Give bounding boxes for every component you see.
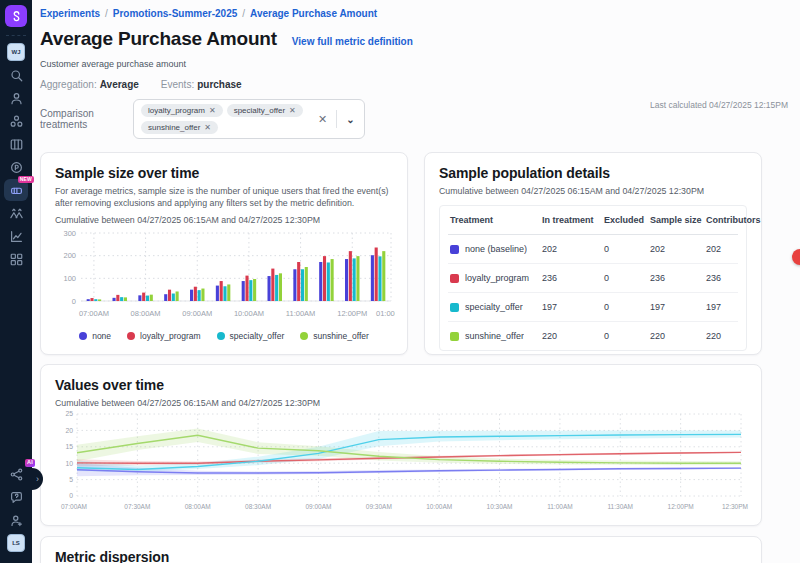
table-row: loyalty_program2360236236 bbox=[448, 264, 738, 293]
chip-remove-icon[interactable]: ✕ bbox=[289, 106, 296, 115]
treatment-color-swatch bbox=[450, 303, 459, 312]
breadcrumb-separator: / bbox=[105, 8, 108, 19]
chevron-down-icon[interactable]: ⌄ bbox=[344, 114, 356, 125]
multiselect-divider bbox=[336, 110, 337, 128]
table-cell-value: 0 bbox=[602, 235, 648, 263]
svg-text:200: 200 bbox=[63, 251, 76, 260]
population-table: TreatmentIn treatmentExcludedSample size… bbox=[439, 205, 747, 351]
sidebar-item-invite[interactable] bbox=[4, 509, 28, 531]
cumulative-range: Cumulative between 04/27/2025 06:15AM an… bbox=[55, 215, 393, 225]
table-cell-value: 0 bbox=[602, 322, 648, 350]
workspace-switcher[interactable]: WJ bbox=[4, 41, 28, 63]
card-title: Values over time bbox=[55, 377, 747, 393]
population-table-body: none (baseline)2020202202loyalty_program… bbox=[448, 235, 738, 350]
svg-text:5: 5 bbox=[69, 476, 73, 483]
svg-text:10:00AM: 10:00AM bbox=[234, 309, 264, 318]
trend-chart-icon bbox=[9, 229, 24, 244]
legend-item[interactable]: none bbox=[79, 331, 111, 341]
sidebar-item-feature-gates[interactable] bbox=[4, 133, 28, 155]
ai-badge: AI bbox=[25, 459, 35, 467]
metric-subtitle: Customer average purchase amount bbox=[40, 59, 800, 69]
chip-remove-icon[interactable]: ✕ bbox=[209, 106, 216, 115]
sidebar-item-users[interactable] bbox=[4, 87, 28, 109]
treatment-color-swatch bbox=[450, 332, 459, 341]
treatment-chip[interactable]: sunshine_offer✕ bbox=[141, 121, 218, 134]
app-window: WJ NEW AI bbox=[0, 0, 800, 563]
breadcrumb-experiments[interactable]: Experiments bbox=[40, 8, 100, 19]
legend-dot bbox=[217, 332, 225, 340]
grid-icon bbox=[9, 252, 24, 267]
sidebar-item-experiments[interactable]: NEW bbox=[4, 179, 28, 201]
treatment-chip-label: specialty_offer bbox=[234, 106, 285, 115]
card-title: Sample size over time bbox=[55, 165, 393, 181]
treatment-chip[interactable]: specialty_offer✕ bbox=[227, 104, 303, 117]
legend-label: sunshine_offer bbox=[313, 331, 369, 341]
legend-item[interactable]: loyalty_program bbox=[127, 331, 200, 341]
user-menu[interactable]: LS bbox=[4, 532, 28, 554]
sidebar-item-help[interactable] bbox=[4, 486, 28, 508]
svg-text:10:00AM: 10:00AM bbox=[426, 503, 452, 510]
treatment-name: sunshine_offer bbox=[465, 331, 524, 341]
table-cell-value: 197 bbox=[648, 293, 704, 321]
table-cell-value: 202 bbox=[648, 235, 704, 263]
svg-text:08:00AM: 08:00AM bbox=[131, 309, 161, 318]
treatment-name: loyalty_program bbox=[465, 273, 529, 283]
table-cell-value: 202 bbox=[540, 235, 602, 263]
legend-dot bbox=[79, 332, 87, 340]
sidebar-divider bbox=[6, 35, 26, 36]
breadcrumb-metric-name: Average Purchase Amount bbox=[250, 8, 377, 19]
sidebar-item-dashboards[interactable] bbox=[4, 248, 28, 270]
svg-text:12:30PM: 12:30PM bbox=[722, 503, 748, 510]
treatments-multiselect[interactable]: loyalty_program✕specialty_offer✕sunshine… bbox=[133, 99, 365, 139]
legend-label: loyalty_program bbox=[140, 331, 200, 341]
metric-dispersion-card: Metric dispersion Cumulative between 04/… bbox=[40, 536, 762, 563]
view-metric-definition-link[interactable]: View full metric definition bbox=[292, 36, 413, 47]
table-cell-value: 236 bbox=[704, 264, 756, 292]
sidebar-item-search[interactable] bbox=[4, 64, 28, 86]
aggregation-field: Aggregation:Average bbox=[40, 79, 139, 90]
svg-text:01:00PM: 01:00PM bbox=[376, 309, 395, 318]
main-content: Experiments/Promotions-Summer-2025/Avera… bbox=[32, 0, 800, 563]
cards-row: Sample size over time For average metric… bbox=[40, 152, 800, 355]
cumulative-range: Cumulative between 04/27/2025 06:15AM an… bbox=[55, 398, 747, 408]
legend-dot bbox=[127, 332, 135, 340]
person-icon bbox=[9, 91, 24, 106]
sidebar-item-metrics[interactable] bbox=[4, 225, 28, 247]
svg-text:08:00AM: 08:00AM bbox=[185, 503, 211, 510]
sidebar-item-autotune[interactable] bbox=[4, 202, 28, 224]
sidebar-item-ai-assistant[interactable]: AI bbox=[4, 463, 28, 485]
sidebar-item-segments[interactable] bbox=[4, 110, 28, 132]
table-cell-value: 197 bbox=[704, 293, 756, 321]
svg-text:07:00AM: 07:00AM bbox=[79, 309, 109, 318]
treatment-color-swatch bbox=[450, 274, 459, 283]
sidebar-item-pulse[interactable] bbox=[4, 156, 28, 178]
table-column-header: In treatment bbox=[540, 206, 602, 234]
person-add-icon bbox=[9, 513, 24, 528]
svg-text:11:00AM: 11:00AM bbox=[286, 309, 315, 318]
svg-text:10: 10 bbox=[65, 460, 73, 467]
chip-remove-icon[interactable]: ✕ bbox=[204, 123, 211, 132]
legend-item[interactable]: sunshine_offer bbox=[300, 331, 369, 341]
cumulative-range: Cumulative between 04/27/2025 06:15AM an… bbox=[439, 186, 747, 196]
svg-text:11:00AM: 11:00AM bbox=[547, 503, 573, 510]
breadcrumb-experiment-name[interactable]: Promotions-Summer-2025 bbox=[113, 8, 237, 19]
table-column-header: Excluded bbox=[602, 206, 648, 234]
title-row: Average Purchase Amount View full metric… bbox=[40, 28, 800, 50]
peaks-icon bbox=[9, 206, 24, 221]
legend-label: specialty_offer bbox=[230, 331, 285, 341]
statsig-logo[interactable] bbox=[5, 5, 27, 27]
breadcrumb: Experiments/Promotions-Summer-2025/Avera… bbox=[40, 8, 800, 19]
clear-all-icon[interactable]: ✕ bbox=[316, 113, 329, 126]
table-cell-value: 236 bbox=[540, 264, 602, 292]
table-cell-value: 0 bbox=[602, 293, 648, 321]
population-table-header: TreatmentIn treatmentExcludedSample size… bbox=[448, 206, 738, 235]
svg-text:10:30AM: 10:30AM bbox=[487, 503, 513, 510]
legend-item[interactable]: specialty_offer bbox=[217, 331, 285, 341]
treatment-chip[interactable]: loyalty_program✕ bbox=[141, 104, 223, 117]
treatment-chip-label: loyalty_program bbox=[148, 106, 205, 115]
workspace-avatar: WJ bbox=[7, 43, 25, 61]
table-cell-value: 220 bbox=[540, 322, 602, 350]
svg-text:08:30AM: 08:30AM bbox=[245, 503, 271, 510]
svg-text:09:00AM: 09:00AM bbox=[182, 309, 212, 318]
cluster-icon bbox=[9, 114, 24, 129]
